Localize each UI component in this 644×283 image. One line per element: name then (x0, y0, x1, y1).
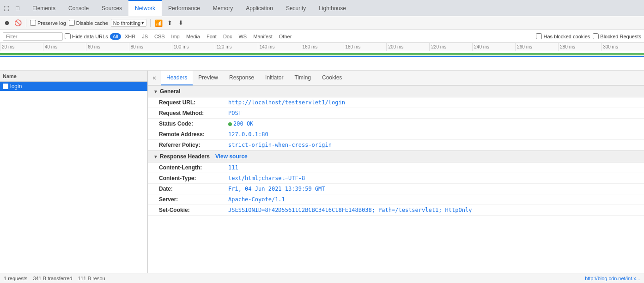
view-source-link[interactable]: View source (215, 153, 248, 160)
transferred-size: 341 B transferred (33, 276, 72, 281)
network-toolbar: ⏺ 🚫 Preserve log Disable cache No thrott… (0, 16, 644, 30)
filter-css[interactable]: CSS (152, 33, 168, 40)
device-icon[interactable]: □ (13, 3, 22, 12)
disable-cache-checkbox[interactable] (69, 20, 75, 26)
timeline-bars (0, 51, 644, 71)
close-detail-button[interactable]: × (150, 73, 159, 83)
filter-doc[interactable]: Doc (220, 33, 235, 40)
record-icon[interactable]: ⏺ (3, 19, 11, 27)
disable-cache-label[interactable]: Disable cache (69, 20, 108, 26)
detail-panel: × Headers Preview Response Initiator Tim… (148, 71, 644, 273)
request-item-icon (3, 84, 8, 89)
detail-row-server: Server: Apache-Coyote/1.1 (148, 194, 644, 205)
tab-initiator[interactable]: Initiator (260, 71, 289, 85)
tab-lighthouse[interactable]: Lighthouse (312, 0, 352, 16)
filter-input[interactable] (3, 32, 63, 41)
resources-size: 111 B resou (78, 276, 105, 281)
throttle-select[interactable]: No throttling ▾ (111, 19, 146, 27)
request-url-value: http://localhost/testservlet1/login (228, 99, 345, 106)
tab-sources[interactable]: Sources (95, 0, 128, 16)
detail-row-date: Date: Fri, 04 Jun 2021 13:39:59 GMT (148, 184, 644, 194)
remote-address-label: Remote Address: (159, 131, 228, 138)
tab-application[interactable]: Application (239, 0, 279, 16)
response-headers-section-header[interactable]: ▼ Response Headers View source (148, 151, 644, 163)
date-value: Fri, 04 Jun 2021 13:39:59 GMT (228, 186, 325, 192)
devtools-icons: ⬚ □ (2, 3, 22, 12)
filter-font[interactable]: Font (204, 33, 219, 40)
has-blocked-cookies-label[interactable]: Has blocked cookies (536, 33, 590, 39)
tab-elements[interactable]: Elements (26, 0, 62, 16)
tick-120ms: 120 ms (215, 43, 258, 51)
tick-180ms: 180 ms (344, 43, 387, 51)
content-type-value: text/html;charset=UTF-8 (228, 175, 305, 181)
filter-js[interactable]: JS (139, 33, 151, 40)
tick-300ms: 300 ms (601, 43, 644, 51)
has-blocked-cookies-checkbox[interactable] (536, 33, 542, 39)
general-arrow-icon: ▼ (153, 89, 158, 94)
timeline-green-bar (0, 53, 644, 55)
tab-memory[interactable]: Memory (207, 0, 239, 16)
filter-media[interactable]: Media (183, 33, 203, 40)
wifi-icon[interactable]: 📶 (154, 19, 163, 27)
tab-security[interactable]: Security (279, 0, 312, 16)
tick-20ms: 20 ms (0, 43, 43, 51)
status-code-label: Status Code: (159, 120, 228, 127)
filter-img[interactable]: Img (169, 33, 182, 40)
tab-network[interactable]: Network (128, 0, 162, 16)
hide-data-urls-label[interactable]: Hide data URLs (65, 33, 108, 39)
detail-row-status-code: Status Code: 200 OK (148, 119, 644, 129)
separator-2 (150, 19, 151, 27)
content-length-label: Content-Length: (159, 164, 228, 171)
server-value: Apache-Coyote/1.1 (228, 196, 285, 203)
tab-cookies[interactable]: Cookies (316, 71, 347, 85)
tick-140ms: 140 ms (258, 43, 301, 51)
throttle-arrow-icon: ▾ (141, 20, 144, 26)
referrer-policy-label: Referrer Policy: (159, 142, 228, 148)
preserve-log-checkbox[interactable] (30, 20, 36, 26)
tick-260ms: 260 ms (515, 43, 558, 51)
tick-80ms: 80 ms (129, 43, 172, 51)
request-item-name: login (10, 83, 22, 90)
detail-content: ▼ General Request URL: http://localhost/… (148, 85, 644, 273)
clear-icon[interactable]: 🚫 (14, 19, 22, 27)
tab-response[interactable]: Response (224, 71, 260, 85)
set-cookie-label: Set-Cookie: (159, 207, 228, 213)
request-method-value: POST (228, 110, 242, 116)
request-url-label: Request URL: (159, 99, 228, 106)
download-icon[interactable]: ⬇ (176, 19, 185, 27)
content-length-value: 111 (228, 164, 238, 171)
tick-40ms: 40 ms (43, 43, 86, 51)
tick-240ms: 240 ms (472, 43, 515, 51)
hide-data-urls-checkbox[interactable] (65, 33, 71, 39)
inspect-icon[interactable]: ⬚ (2, 3, 11, 12)
status-bar: 1 requests 341 B transferred 111 B resou… (0, 273, 644, 283)
blocked-requests-label[interactable]: Blocked Requests (593, 33, 641, 39)
filter-other[interactable]: Other (276, 33, 295, 40)
blocked-requests-checkbox[interactable] (593, 33, 599, 39)
request-method-label: Request Method: (159, 110, 228, 116)
detail-row-content-length: Content-Length: 111 (148, 163, 644, 173)
status-code-value: 200 OK (228, 120, 253, 127)
remote-address-value: 127.0.0.1:80 (228, 131, 268, 138)
tick-280ms: 280 ms (558, 43, 601, 51)
date-label: Date: (159, 186, 228, 192)
tab-console[interactable]: Console (62, 0, 95, 16)
upload-icon[interactable]: ⬆ (165, 19, 174, 27)
detail-row-remote-address: Remote Address: 127.0.0.1:80 (148, 129, 644, 140)
referrer-policy-value: strict-origin-when-cross-origin (228, 142, 332, 148)
filter-xhr[interactable]: XHR (122, 33, 138, 40)
filter-ws[interactable]: WS (236, 33, 249, 40)
filter-all[interactable]: All (110, 33, 121, 40)
preserve-log-label[interactable]: Preserve log (30, 20, 66, 26)
tab-preview[interactable]: Preview (193, 71, 224, 85)
tab-timing[interactable]: Timing (289, 71, 316, 85)
filter-manifest[interactable]: Manifest (250, 33, 275, 40)
separator-1 (26, 19, 26, 27)
general-section-header[interactable]: ▼ General (148, 85, 644, 97)
content-type-label: Content-Type: (159, 175, 228, 181)
tab-performance[interactable]: Performance (162, 0, 207, 16)
url-hint: http://blog.cdn.net/int.x... (585, 276, 640, 281)
tab-headers[interactable]: Headers (161, 71, 193, 85)
set-cookie-value: JSESSIONID=8F42D55611C2BCBC3416C18FE148B… (228, 207, 472, 213)
list-item[interactable]: login (0, 82, 147, 91)
